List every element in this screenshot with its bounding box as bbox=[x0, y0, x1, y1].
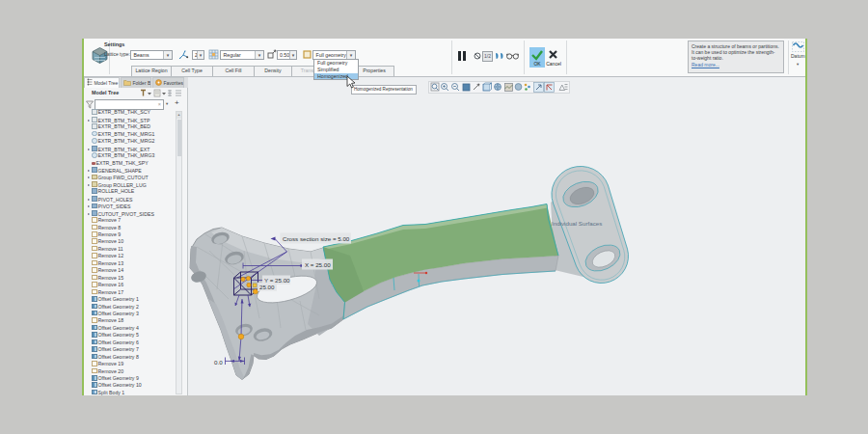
svg-text:25.00: 25.00 bbox=[259, 284, 275, 290]
svg-text:0.0: 0.0 bbox=[214, 359, 223, 366]
svg-text:Cross section size = 5.00: Cross section size = 5.00 bbox=[283, 235, 350, 242]
svg-text:Y = 25.00: Y = 25.00 bbox=[264, 277, 290, 284]
svg-text:Individual Surfaces: Individual Surfaces bbox=[552, 220, 602, 227]
svg-text:X = 25.00: X = 25.00 bbox=[305, 261, 331, 268]
